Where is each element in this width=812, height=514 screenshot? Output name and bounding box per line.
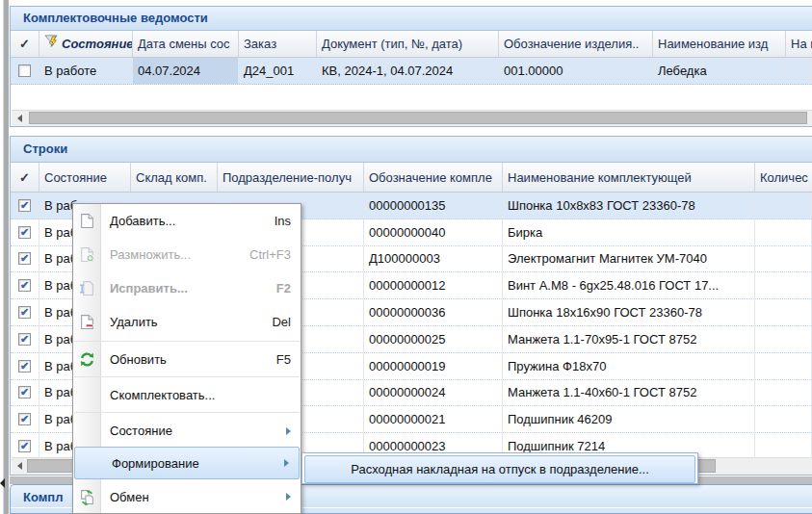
row-checkbox[interactable] [18, 279, 31, 292]
cell-code: 00000000024 [364, 380, 503, 406]
cell-code: Д100000003 [364, 246, 503, 272]
cell-code: 00000000019 [364, 353, 503, 379]
column-department[interactable]: Подразделение-получ [218, 163, 364, 192]
panel-title: Комплектовочные ведомости [11, 7, 812, 31]
row-checkbox[interactable] [18, 64, 31, 77]
cell-name: Шпонка 10x8x83 ГОСТ 23360-78 [503, 193, 755, 218]
menu-item-refresh[interactable]: Обновить F5 [73, 344, 301, 374]
cell-name: Пружина Ф18x70 [503, 353, 755, 379]
cell-code: 00000000021 [364, 406, 503, 432]
row-checkbox[interactable] [18, 199, 31, 212]
cell-name: Манжета 1.1-70x95-1 ГОСТ 8752 [503, 326, 755, 352]
row-checkbox[interactable] [18, 440, 31, 452]
context-menu: Добавить... Ins Размножить... Ctrl+F3 Ис… [72, 203, 301, 514]
menu-item-delete[interactable]: Удалить Del [73, 305, 301, 339]
cell-code: 00000000036 [364, 299, 503, 325]
cell-name: Винт А.М8 - 6gx25.48.016 ГОСТ 17... [503, 272, 755, 298]
row-checkbox[interactable] [18, 226, 31, 239]
cell-document: КВ, 2024-1, 04.07.2024 [317, 58, 499, 84]
column-document[interactable]: Документ (тип, №, дата) [317, 31, 499, 57]
column-warehouse[interactable]: Склад комп. [131, 163, 218, 192]
cell-code: 00000000025 [364, 326, 503, 352]
row-checkbox[interactable] [18, 413, 31, 425]
row-checkbox[interactable] [18, 333, 31, 346]
check-column-header[interactable]: ✓ [11, 163, 39, 192]
page-new-icon [78, 213, 95, 230]
row-checkbox[interactable] [18, 306, 31, 319]
page-edit-icon [78, 280, 95, 297]
cell-name: Манжета 1.1-40x60-1 ГОСТ 8752 [503, 380, 755, 406]
cell-name: Бирка [503, 219, 755, 245]
menu-item-add[interactable]: Добавить... Ins [73, 204, 301, 238]
page-plus-icon [78, 246, 95, 264]
row-checkbox[interactable] [18, 360, 31, 373]
panel-picking-lists: Комплектовочные ведомости ✓ Состояние Да… [10, 6, 812, 127]
cell-name: Шпонка 18x16x90 ГОСТ 23360-78 [503, 299, 755, 325]
cell-product-name: Лебедка [653, 58, 786, 84]
scrollbar-thumb[interactable] [29, 112, 807, 124]
table-row[interactable]: В работе 04.07.2024 Д24_001 КВ, 2024-1, … [11, 58, 812, 85]
top-horizontal-scrollbar[interactable] [12, 110, 812, 126]
filter-lightning-icon [44, 32, 59, 57]
scroll-left-icon[interactable] [17, 115, 22, 122]
table-header: ✓ Состояние Склад комп. Подразделение-по… [11, 163, 812, 193]
panel-title: Строки [11, 137, 812, 163]
submenu-arrow-icon [286, 493, 291, 501]
menu-item-generation[interactable]: Формирование [74, 447, 300, 479]
column-status[interactable]: Состояние [39, 163, 131, 192]
cell-status: В работе [39, 58, 133, 84]
menu-item-duplicate[interactable]: Размножить... Ctrl+F3 [73, 238, 301, 271]
splitter-collapse-icon[interactable] [0, 478, 5, 488]
left-splitter[interactable] [3, 0, 9, 514]
scroll-left-icon[interactable] [17, 462, 22, 470]
cell-order: Д24_001 [239, 58, 317, 84]
column-date[interactable]: Дата смены сос [133, 31, 239, 57]
submenu-arrow-icon [286, 427, 291, 435]
submenu-arrow-icon [284, 459, 289, 467]
menu-separator [74, 376, 300, 377]
cell-product-code: 001.00000 [499, 58, 653, 84]
column-product-code[interactable]: Обозначение изделия.. [499, 31, 653, 57]
menu-item-state[interactable]: Состояние [73, 415, 301, 447]
cell-code: 00000000135 [364, 193, 503, 218]
menu-item-exchange[interactable]: Обмен [73, 479, 301, 514]
cell-code: 00000000012 [364, 272, 503, 298]
cell-name: Подшипник 46209 [503, 406, 755, 432]
column-product-name[interactable]: Наименование изд [653, 31, 786, 57]
column-extra[interactable]: На п [786, 31, 812, 57]
refresh-icon [78, 350, 95, 368]
cell-date-selected: 04.07.2024 [133, 58, 239, 84]
row-checkbox[interactable] [18, 386, 31, 398]
check-column-header[interactable]: ✓ [11, 31, 39, 57]
table-header: ✓ Состояние Дата смены сос Заказ Докумен… [11, 31, 812, 58]
menu-item-assemble[interactable]: Скомплектовать... [73, 379, 301, 410]
menu-separator [74, 341, 300, 342]
column-name[interactable]: Наименование комплектующей [503, 163, 755, 192]
generation-submenu: Расходная накладная на отпуск в подразде… [301, 452, 698, 484]
column-qty[interactable]: Количес [755, 163, 812, 192]
exchange-icon [78, 488, 95, 505]
column-order[interactable]: Заказ [239, 31, 317, 57]
row-checkbox[interactable] [18, 252, 31, 265]
column-code[interactable]: Обозначение компле [364, 163, 503, 192]
column-status[interactable]: Состояние [39, 31, 133, 57]
page-minus-icon [78, 314, 95, 331]
menu-item-edit[interactable]: Исправить... F2 [73, 271, 301, 305]
submenu-item-expense-invoice[interactable]: Расходная накладная на отпуск в подразде… [304, 455, 695, 483]
cell-code: 00000000040 [364, 219, 503, 245]
cell-name: Электромагнит Магнитек УМ-7040 [503, 246, 755, 272]
menu-separator [74, 412, 300, 413]
